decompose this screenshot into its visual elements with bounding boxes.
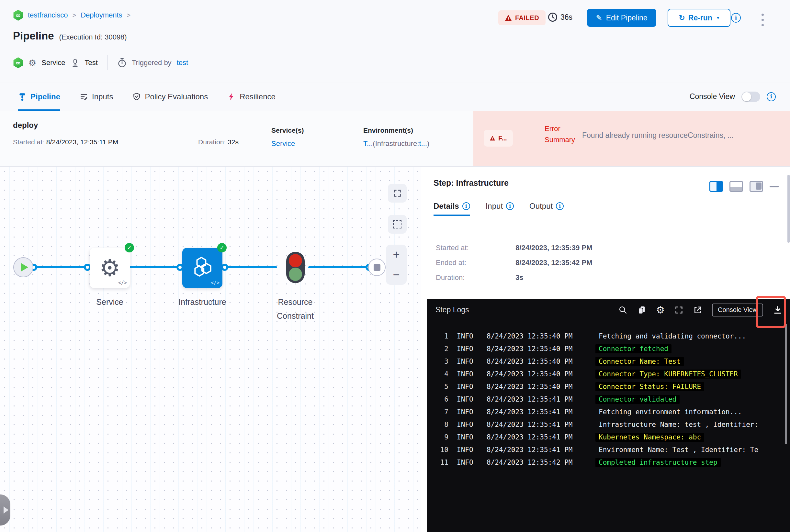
console-view-info-icon[interactable]: i [767,92,776,101]
log-row: 8INFO8/24/2023 12:35:41 PMInfrastructure… [436,418,790,431]
node-resource-constraint[interactable] [286,252,305,283]
divider [259,121,259,157]
open-in-new-button[interactable] [693,305,702,315]
copy-icon [637,305,646,315]
log-level: INFO [457,358,478,365]
node-service-label: Service [74,295,145,309]
log-line-number: 8 [436,421,448,429]
log-level: INFO [457,332,478,340]
tab-pipeline[interactable]: Pipeline [18,82,60,111]
tab-output[interactable]: Output i [529,198,564,216]
inputs-icon [80,93,88,101]
page-header: ∞ testfrancisco > Deployments > FAILED 3… [0,0,790,111]
environment-link[interactable]: T... [363,139,373,148]
panel-scrollbar[interactable] [787,175,790,243]
log-message: Connector Name: Test [595,357,684,366]
layout-horizontal-split-icon[interactable] [730,181,743,192]
copy-logs-button[interactable] [637,305,646,315]
rerun-label: Re-run [688,14,712,22]
panel-layout-controls [710,181,779,192]
refresh-icon: ↻ [679,14,685,22]
environments-block: Environment(s) T...(Infrastructure:t...) [363,127,429,148]
canvas-nav-handle[interactable] [0,494,11,526]
success-check-icon: ✓ [125,243,134,252]
tab-resilience[interactable]: Resilience [227,82,276,111]
minimize-panel-icon[interactable] [770,186,779,187]
fit-to-screen-button[interactable] [388,184,407,203]
stage-name[interactable]: deploy [13,121,38,130]
tab-inputs[interactable]: Inputs [80,82,113,111]
detail-label: Ended at: [436,259,514,267]
duration-label: Duration: [198,138,226,146]
node-infrastructure[interactable]: ✓ </> [182,248,222,288]
stage-summary-bar: deploy Started at: 8/24/2023, 12:35:11 P… [0,111,790,167]
download-logs-button[interactable] [773,305,783,315]
layout-vertical-split-icon[interactable] [710,181,723,192]
pipeline-icon [18,93,26,101]
rerun-info-icon[interactable]: i [731,13,741,23]
error-summary-message: Found already running resourceConstrains… [582,131,784,140]
layout-right-drawer-icon[interactable] [750,181,763,192]
tab-policy-evaluations[interactable]: Policy Evaluations [132,82,208,111]
environment-close-paren: ) [427,139,429,148]
console-view-toggle[interactable] [741,92,760,102]
expand-logs-button[interactable] [675,305,683,315]
pipeline-start-node[interactable] [13,257,33,277]
log-line-number: 6 [436,396,448,403]
pipeline-end-node[interactable] [368,259,386,276]
stage-duration: Duration: 32s [198,138,239,146]
pencil-icon: ✎ [596,14,602,22]
log-level: INFO [457,396,478,403]
edit-pipeline-button[interactable]: ✎ Edit Pipeline [587,9,656,27]
infrastructure-link[interactable]: t... [419,139,427,148]
divider [434,223,787,223]
log-line-number: 7 [436,408,448,416]
pipeline-execution-page: ∞ testfrancisco > Deployments > FAILED 3… [0,0,790,532]
code-icon: </> [211,280,220,286]
meta-environment-label: Test [85,59,98,67]
detail-row: Started at: 8/24/2023, 12:35:39 PM [436,244,592,252]
log-message: Environment Name: Test , Identifier: Te [595,445,790,454]
zoom-out-button[interactable]: − [393,269,400,281]
breadcrumb: ∞ testfrancisco > Deployments > [13,10,130,21]
breadcrumb-deployments-link[interactable]: Deployments [80,11,122,19]
output-info-icon[interactable]: i [556,202,564,210]
step-details-panel: Step: Infrastructure Details i Input i O… [421,167,790,532]
service-link[interactable]: Service [271,139,295,148]
log-timestamp: 8/24/2023 12:35:40 PM [486,358,587,365]
status-badge: FAILED [498,11,546,25]
log-level: INFO [457,370,478,378]
log-settings-button[interactable]: ⚙ [656,305,665,315]
tab-details[interactable]: Details i [434,198,470,216]
meta-service-label: Service [41,59,65,67]
breadcrumb-project-link[interactable]: testfrancisco [28,11,68,19]
rerun-button[interactable]: ↻ Re-run ▾ [668,9,731,27]
gear-icon: ⚙ [29,59,36,67]
log-scrollbar[interactable] [785,324,787,444]
search-logs-button[interactable] [619,305,627,315]
log-timestamp: 8/24/2023 12:35:40 PM [486,383,587,391]
trigger-user-link[interactable]: test [177,59,188,67]
tab-output-label: Output [529,202,553,211]
log-row: 6INFO8/24/2023 12:35:41 PMConnector vali… [436,393,790,405]
tab-policy-evaluations-label: Policy Evaluations [145,92,208,101]
multi-select-button[interactable] [388,215,407,234]
started-at-label: Started at: [13,138,44,146]
log-message: Connector validated [595,395,680,404]
console-view-button[interactable]: Console View [712,304,763,317]
log-row: 9INFO8/24/2023 12:35:41 PMKubernetes Nam… [436,431,790,443]
environment-infra-text: (Infrastructure: [373,139,419,148]
error-summary-strip: F... Error Summary Found already running… [473,111,790,166]
details-info-icon[interactable]: i [462,202,470,210]
log-timestamp: 8/24/2023 12:35:41 PM [486,421,587,429]
status-badge-label: FAILED [515,14,539,22]
node-service[interactable]: ⚙ ✓ </> [90,248,130,288]
more-options-menu[interactable] [760,12,765,27]
stop-icon [374,264,381,271]
log-timestamp: 8/24/2023 12:35:41 PM [486,446,587,454]
input-info-icon[interactable]: i [506,202,514,210]
tab-input[interactable]: Input i [486,198,514,216]
log-timestamp: 8/24/2023 12:35:40 PM [486,345,587,353]
pipeline-graph-canvas[interactable]: ⚙ ✓ </> Service ✓ </> Infrastructure Res… [0,167,421,532]
zoom-in-button[interactable]: + [393,249,400,261]
